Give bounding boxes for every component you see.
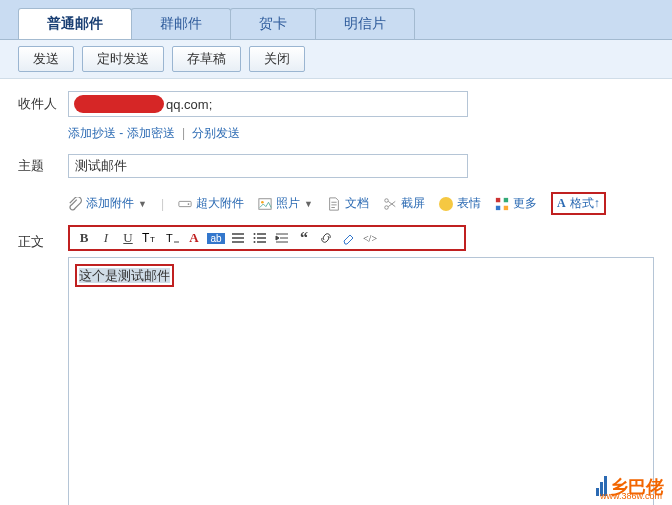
highlight-button[interactable]: ab	[206, 228, 226, 248]
font-family-button[interactable]: T	[162, 228, 182, 248]
more[interactable]: 更多	[495, 195, 537, 212]
tab-normal[interactable]: 普通邮件	[18, 8, 132, 39]
tab-card[interactable]: 贺卡	[230, 8, 316, 39]
close-button[interactable]: 关闭	[249, 46, 305, 72]
editor-toolbar: B I U TT T A ab “ </>	[68, 225, 466, 251]
svg-point-1	[188, 203, 190, 205]
indent-icon	[275, 231, 289, 245]
font-size-button[interactable]: TT	[140, 228, 160, 248]
schedule-button[interactable]: 定时发送	[82, 46, 164, 72]
font-icon: T	[164, 230, 180, 246]
svg-point-14	[254, 237, 256, 239]
recipient-input[interactable]: qq.com;	[68, 91, 468, 117]
svg-text:T: T	[166, 232, 173, 244]
document[interactable]: 文档	[327, 195, 369, 212]
list-button[interactable]	[250, 228, 270, 248]
body-label: 正文	[18, 233, 68, 251]
align-button[interactable]	[228, 228, 248, 248]
recipient-label: 收件人	[18, 95, 68, 113]
screenshot[interactable]: 截屏	[383, 195, 425, 212]
svg-text:T: T	[142, 231, 150, 245]
svg-rect-8	[496, 205, 500, 209]
recipient-links: 添加抄送 - 添加密送 | 分别发送	[68, 125, 654, 142]
list-icon	[253, 231, 267, 245]
split-send-link[interactable]: 分别发送	[192, 126, 240, 140]
add-attachment[interactable]: 添加附件▼	[68, 195, 147, 212]
compose-tabs: 普通邮件 群邮件 贺卡 明信片	[0, 0, 672, 40]
drive-icon	[178, 197, 192, 211]
document-icon	[327, 197, 341, 211]
font-color-button[interactable]: A	[184, 228, 204, 248]
bold-button[interactable]: B	[74, 228, 94, 248]
quote-button[interactable]: “	[294, 228, 314, 248]
html-button[interactable]: </>	[360, 228, 380, 248]
fontsize-icon: TT	[142, 230, 158, 246]
add-cc-link[interactable]: 添加抄送	[68, 126, 116, 140]
format-a-icon: A	[557, 196, 566, 211]
eraser-icon	[341, 231, 355, 245]
photo-icon	[258, 197, 272, 211]
smile-icon	[439, 197, 453, 211]
editor-body[interactable]: 这个是测试邮件	[68, 257, 654, 505]
attachment-bar: 添加附件▼ | 超大附件 照片▼ 文档 截屏 表情 更多 A 格式↑	[68, 188, 654, 219]
svg-point-5	[385, 205, 389, 209]
align-icon	[231, 231, 245, 245]
paperclip-icon	[68, 197, 82, 211]
chevron-down-icon: ▼	[304, 199, 313, 209]
scissors-icon	[383, 197, 397, 211]
format-toggle[interactable]: A 格式↑	[551, 192, 606, 215]
link-button[interactable]	[316, 228, 336, 248]
svg-text:T: T	[150, 235, 155, 244]
draft-button[interactable]: 存草稿	[172, 46, 241, 72]
indent-button[interactable]	[272, 228, 292, 248]
body-text: 这个是测试邮件	[79, 268, 170, 283]
recipient-domain: qq.com;	[166, 97, 212, 112]
eraser-button[interactable]	[338, 228, 358, 248]
action-bar: 发送 定时发送 存草稿 关闭	[0, 40, 672, 79]
watermark: 乡巴佬 www.386w.com	[596, 475, 664, 499]
grid-icon	[495, 197, 509, 211]
svg-rect-9	[504, 205, 508, 209]
svg-point-4	[385, 198, 389, 202]
svg-point-3	[261, 200, 264, 203]
tab-group[interactable]: 群邮件	[131, 8, 231, 39]
svg-point-15	[254, 241, 256, 243]
chevron-down-icon: ▼	[138, 199, 147, 209]
tab-postcard[interactable]: 明信片	[315, 8, 415, 39]
add-bcc-link[interactable]: 添加密送	[127, 126, 175, 140]
send-button[interactable]: 发送	[18, 46, 74, 72]
svg-rect-7	[504, 197, 508, 201]
link-icon	[319, 231, 333, 245]
recipient-redaction	[74, 95, 164, 113]
photo[interactable]: 照片▼	[258, 195, 313, 212]
svg-rect-6	[496, 197, 500, 201]
italic-button[interactable]: I	[96, 228, 116, 248]
underline-button[interactable]: U	[118, 228, 138, 248]
svg-point-13	[254, 233, 256, 235]
emoji[interactable]: 表情	[439, 195, 481, 212]
subject-label: 主题	[18, 157, 68, 175]
subject-input[interactable]	[68, 154, 468, 178]
big-attachment[interactable]: 超大附件	[178, 195, 244, 212]
